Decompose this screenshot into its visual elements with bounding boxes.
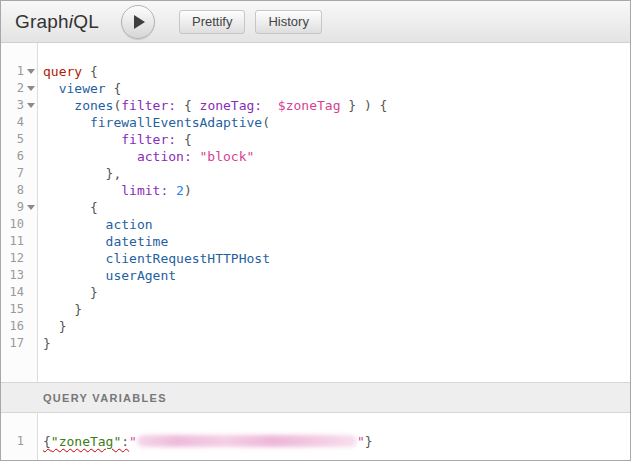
history-button[interactable]: History	[255, 10, 321, 34]
code-token: viewer	[43, 81, 106, 96]
line-number: 15	[1, 301, 24, 318]
line-number: 1	[1, 63, 24, 80]
line-number: 16	[1, 318, 24, 335]
line-number: 5	[1, 131, 24, 148]
code-line[interactable]: filter: {	[43, 131, 630, 148]
prettify-button[interactable]: Prettify	[179, 10, 245, 34]
code-line[interactable]: }	[43, 284, 630, 301]
code-line[interactable]: {	[43, 199, 630, 216]
query-editor-code[interactable]: query { viewer { zones(filter: { zoneTag…	[38, 43, 630, 382]
line-number: 13	[1, 267, 24, 284]
code-token: )	[184, 183, 192, 198]
line-number: 2	[1, 80, 24, 97]
code-line[interactable]: {"zoneTag":""}	[43, 433, 630, 450]
fold-arrow-icon[interactable]	[27, 103, 35, 108]
code-token: clientRequestHTTPHost	[43, 251, 270, 266]
code-token: },	[43, 166, 121, 181]
code-line[interactable]: action: "block"	[43, 148, 630, 165]
code-token	[192, 149, 200, 164]
code-line[interactable]: }	[43, 335, 630, 352]
code-token	[168, 183, 176, 198]
code-line[interactable]: }	[43, 301, 630, 318]
fold-arrow-icon[interactable]	[27, 86, 35, 91]
variables-editor[interactable]: 1 {"zoneTag":""}	[1, 413, 630, 460]
code-line[interactable]: zones(filter: { zoneTag: $zoneTag } ) {	[43, 97, 630, 114]
toolbar: GraphiQL Prettify History	[1, 1, 630, 43]
code-line[interactable]: userAgent	[43, 267, 630, 284]
code-token: userAgent	[43, 268, 176, 283]
variables-editor-gutter: 1	[1, 413, 38, 460]
code-token: "	[357, 434, 365, 449]
variables-editor-code[interactable]: {"zoneTag":""}	[38, 413, 630, 460]
code-token: 2	[176, 183, 184, 198]
query-variables-title: QUERY VARIABLES	[43, 392, 167, 404]
code-token: } ) {	[340, 98, 387, 113]
code-token: {	[82, 64, 98, 79]
code-token: "	[129, 434, 137, 449]
code-line[interactable]: action	[43, 216, 630, 233]
code-token: }	[43, 319, 66, 334]
line-number: 12	[1, 250, 24, 267]
code-token: action:	[43, 149, 192, 164]
line-number: 17	[1, 335, 24, 352]
code-token: zoneTag:	[200, 98, 263, 113]
code-token: firewallEventsAdaptive	[43, 115, 262, 130]
code-token: query	[43, 64, 82, 79]
code-line[interactable]: query {	[43, 63, 630, 80]
redacted-zone-tag-value	[137, 435, 357, 447]
code-token: limit:	[43, 183, 168, 198]
line-number: 6	[1, 148, 24, 165]
code-token: {	[43, 434, 51, 449]
query-editor[interactable]: 1234567891011121314151617 query { viewer…	[1, 43, 630, 382]
code-token: filter:	[43, 132, 176, 147]
code-token: filter:	[121, 98, 176, 113]
execute-query-button[interactable]	[121, 5, 155, 39]
line-number: 11	[1, 233, 24, 250]
line-number: 8	[1, 182, 24, 199]
line-number: 7	[1, 165, 24, 182]
line-number: 9	[1, 199, 24, 216]
code-token: {	[106, 81, 122, 96]
code-token: action	[43, 217, 153, 232]
line-number: 14	[1, 284, 24, 301]
code-token: }	[43, 302, 82, 317]
graphiql-window: GraphiQL Prettify History 12345678910111…	[0, 0, 631, 461]
graphiql-logo: GraphiQL	[15, 11, 99, 33]
code-token: }	[43, 336, 51, 351]
code-token	[262, 98, 278, 113]
code-line[interactable]: clientRequestHTTPHost	[43, 250, 630, 267]
code-line[interactable]: limit: 2)	[43, 182, 630, 199]
code-token: zones	[43, 98, 113, 113]
code-token: datetime	[43, 234, 168, 249]
code-line[interactable]: }	[43, 318, 630, 335]
code-token: }	[365, 434, 373, 449]
line-number: 3	[1, 97, 24, 114]
code-token: (	[262, 115, 270, 130]
code-line[interactable]: },	[43, 165, 630, 182]
code-token: {	[176, 98, 199, 113]
line-number: 4	[1, 114, 24, 131]
fold-arrow-icon[interactable]	[27, 69, 35, 74]
line-number: 1	[1, 433, 24, 450]
code-line[interactable]: viewer {	[43, 80, 630, 97]
query-editor-gutter: 1234567891011121314151617	[1, 43, 38, 382]
code-token: :	[121, 434, 129, 449]
code-token: {	[176, 132, 192, 147]
play-icon	[134, 15, 145, 29]
line-number: 10	[1, 216, 24, 233]
code-token: }	[43, 285, 98, 300]
code-line[interactable]: firewallEventsAdaptive(	[43, 114, 630, 131]
code-token: $zoneTag	[278, 98, 341, 113]
fold-arrow-icon[interactable]	[27, 205, 35, 210]
code-token: {	[43, 200, 98, 215]
query-variables-title-bar[interactable]: QUERY VARIABLES	[1, 382, 630, 413]
code-line[interactable]: datetime	[43, 233, 630, 250]
code-token: "zoneTag"	[51, 434, 121, 449]
code-token: "block"	[200, 149, 255, 164]
